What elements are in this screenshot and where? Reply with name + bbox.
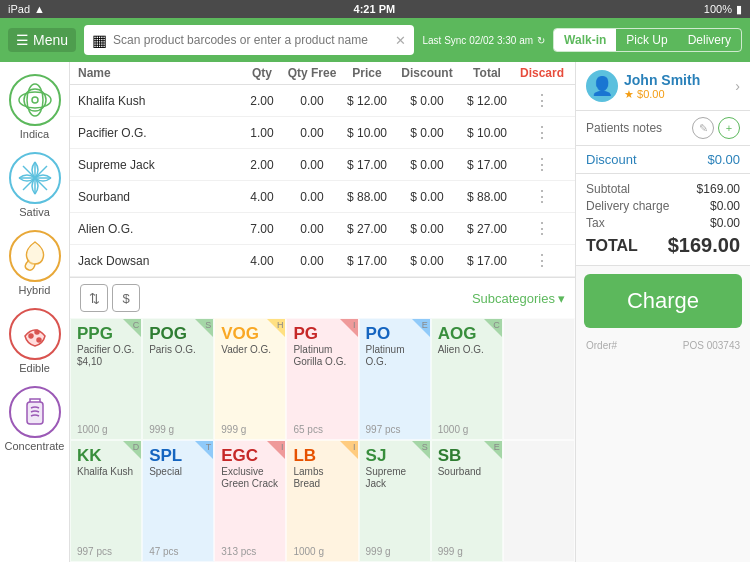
walkin-mode-button[interactable]: Walk-in bbox=[554, 29, 616, 51]
sidebar-item-hybrid[interactable]: Hybrid bbox=[5, 226, 65, 300]
cart-item-action[interactable]: ⋮ bbox=[517, 251, 567, 270]
cart-item-name: Alien O.G. bbox=[78, 222, 237, 236]
cart-item-name: Khalifa Kush bbox=[78, 94, 237, 108]
time-label: 4:21 PM bbox=[354, 3, 396, 15]
product-tile[interactable]: CPPG Pacifier O.G. $4,10 1000 g bbox=[70, 318, 142, 440]
product-stock: 1000 g bbox=[293, 546, 324, 557]
product-name: Lambs Bread bbox=[293, 466, 351, 490]
product-tile bbox=[503, 440, 575, 562]
cart-item-name: Sourband bbox=[78, 190, 237, 204]
cart-item-action[interactable]: ⋮ bbox=[517, 187, 567, 206]
table-row: Khalifa Kush 2.00 0.00 $ 12.00 $ 0.00 $ … bbox=[70, 85, 575, 117]
svg-point-4 bbox=[32, 97, 38, 103]
nav-bar: ☰ Menu ▦ ✕ Last Sync 02/02 3:30 am ↻ Wal… bbox=[0, 18, 750, 62]
product-tile[interactable]: DKK Khalifa Kush 997 pcs bbox=[70, 440, 142, 562]
cart-item-price: $ 88.00 bbox=[337, 190, 397, 204]
table-header: Name Qty Qty Free Price Discount Total D… bbox=[70, 62, 575, 85]
indica-icon bbox=[9, 74, 61, 126]
notes-add-button[interactable]: + bbox=[718, 117, 740, 139]
more-dots-icon[interactable]: ⋮ bbox=[534, 91, 550, 110]
more-dots-icon[interactable]: ⋮ bbox=[534, 155, 550, 174]
delivery-label: Delivery charge bbox=[586, 199, 669, 213]
product-name: Supreme Jack bbox=[366, 466, 424, 490]
sidebar-item-concentrate[interactable]: Concentrate bbox=[1, 382, 69, 456]
product-tile[interactable]: IPG Platinum Gorilla O.G. 65 pcs bbox=[286, 318, 358, 440]
notes-row: Patients notes ✎ + bbox=[576, 111, 750, 146]
cart-item-action[interactable]: ⋮ bbox=[517, 155, 567, 174]
sort-buttons: ⇅ $ bbox=[80, 284, 140, 312]
product-price: $4,10 bbox=[77, 356, 135, 367]
sort-updown-button[interactable]: ⇅ bbox=[80, 284, 108, 312]
product-tile[interactable]: SPOG Paris O.G. 999 g bbox=[142, 318, 214, 440]
cart-item-qtyfree: 0.00 bbox=[287, 94, 337, 108]
cart-item-qtyfree: 0.00 bbox=[287, 126, 337, 140]
product-tile bbox=[503, 318, 575, 440]
sidebar-item-sativa[interactable]: Sativa bbox=[5, 148, 65, 222]
product-tile[interactable]: ILB Lambs Bread 1000 g bbox=[286, 440, 358, 562]
more-dots-icon[interactable]: ⋮ bbox=[534, 251, 550, 270]
more-dots-icon[interactable]: ⋮ bbox=[534, 123, 550, 142]
product-tile[interactable]: ESB Sourband 999 g bbox=[431, 440, 503, 562]
cart-rows: Khalifa Kush 2.00 0.00 $ 12.00 $ 0.00 $ … bbox=[70, 85, 575, 277]
scan-input[interactable] bbox=[113, 33, 389, 47]
svg-point-10 bbox=[35, 330, 39, 334]
totals-section: Subtotal $169.00 Delivery charge $0.00 T… bbox=[576, 174, 750, 266]
subcategories-label: Subcategories bbox=[472, 291, 555, 306]
grand-total-line: TOTAL $169.00 bbox=[586, 234, 740, 257]
cart-item-qty: 1.00 bbox=[237, 126, 287, 140]
more-dots-icon[interactable]: ⋮ bbox=[534, 219, 550, 238]
table-row: Jack Dowsan 4.00 0.00 $ 17.00 $ 0.00 $ 1… bbox=[70, 245, 575, 277]
col-header-qty: Qty bbox=[237, 66, 287, 80]
patient-header[interactable]: 👤 John Smith ★ $0.00 › bbox=[576, 62, 750, 111]
svg-point-0 bbox=[17, 82, 53, 118]
subtotal-label: Subtotal bbox=[586, 182, 630, 196]
sort-dollar-button[interactable]: $ bbox=[112, 284, 140, 312]
patient-info: 👤 John Smith ★ $0.00 bbox=[586, 70, 700, 102]
delivery-mode-button[interactable]: Delivery bbox=[678, 29, 741, 51]
sativa-icon bbox=[9, 152, 61, 204]
scan-area[interactable]: ▦ ✕ bbox=[84, 25, 414, 55]
cart-item-action[interactable]: ⋮ bbox=[517, 219, 567, 238]
sync-icon: ↻ bbox=[537, 35, 545, 46]
wifi-icon: ▲ bbox=[34, 3, 45, 15]
subtotal-value: $169.00 bbox=[697, 182, 740, 196]
status-bar: iPad ▲ 4:21 PM 100% ▮ bbox=[0, 0, 750, 18]
sidebar-item-indica[interactable]: Indica bbox=[5, 70, 65, 144]
tax-label: Tax bbox=[586, 216, 605, 230]
right-panel: 👤 John Smith ★ $0.00 › Patients notes ✎ … bbox=[575, 62, 750, 562]
product-tile[interactable]: TSPL Special 47 pcs bbox=[142, 440, 214, 562]
product-tile[interactable]: SSJ Supreme Jack 999 g bbox=[359, 440, 431, 562]
cart-item-total: $ 10.00 bbox=[457, 126, 517, 140]
clear-icon[interactable]: ✕ bbox=[395, 33, 406, 48]
subcategories-button[interactable]: Subcategories ▾ bbox=[472, 291, 565, 306]
product-tile[interactable]: CAOG Alien O.G. 1000 g bbox=[431, 318, 503, 440]
cart-item-action[interactable]: ⋮ bbox=[517, 91, 567, 110]
concentrate-icon bbox=[9, 386, 61, 438]
patient-rating: ★ $0.00 bbox=[624, 88, 700, 101]
cart-item-discount: $ 0.00 bbox=[397, 158, 457, 172]
product-tile[interactable]: EPO Platinum O.G. 997 pcs bbox=[359, 318, 431, 440]
product-tile[interactable]: HVOG Vader O.G. 999 g bbox=[214, 318, 286, 440]
more-dots-icon[interactable]: ⋮ bbox=[534, 187, 550, 206]
sidebar-item-edible[interactable]: Edible bbox=[5, 304, 65, 378]
edible-icon bbox=[9, 308, 61, 360]
col-header-discount: Discount bbox=[397, 66, 457, 80]
product-stock: 999 g bbox=[149, 424, 174, 435]
battery-label: 100% bbox=[704, 3, 732, 15]
product-name: Exclusive Green Crack bbox=[221, 466, 279, 490]
cart-item-qtyfree: 0.00 bbox=[287, 254, 337, 268]
cart-item-discount: $ 0.00 bbox=[397, 254, 457, 268]
product-tile[interactable]: IEGC Exclusive Green Crack 313 pcs bbox=[214, 440, 286, 562]
hybrid-label: Hybrid bbox=[19, 284, 51, 296]
pickup-mode-button[interactable]: Pick Up bbox=[616, 29, 677, 51]
charge-button[interactable]: Charge bbox=[584, 274, 742, 328]
cart-item-total: $ 27.00 bbox=[457, 222, 517, 236]
product-name: Khalifa Kush bbox=[77, 466, 135, 478]
main-layout: Indica Sativa bbox=[0, 62, 750, 562]
notes-edit-button[interactable]: ✎ bbox=[692, 117, 714, 139]
cart-item-action[interactable]: ⋮ bbox=[517, 123, 567, 142]
menu-button[interactable]: ☰ Menu bbox=[8, 28, 76, 52]
product-name: Vader O.G. bbox=[221, 344, 279, 356]
discount-row[interactable]: Discount $0.00 bbox=[576, 146, 750, 174]
cart-item-qty: 7.00 bbox=[237, 222, 287, 236]
